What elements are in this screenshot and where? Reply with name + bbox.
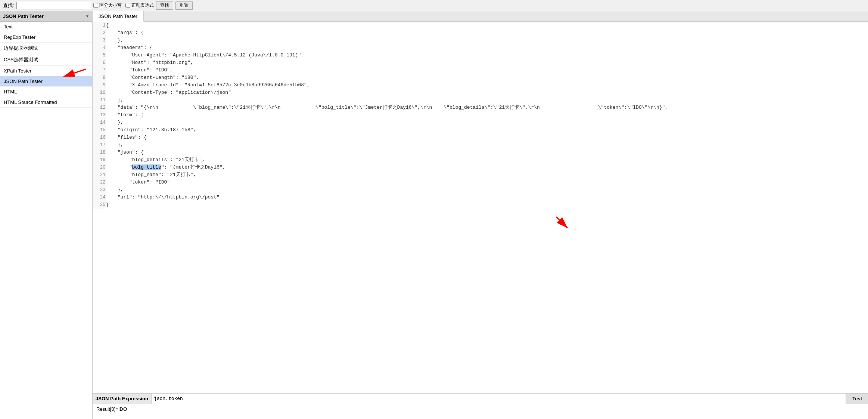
code-table: 1{2 "args": {3 },4 "headers": {5 "User-A…: [93, 22, 868, 209]
table-row: 22 "token": "IDO": [93, 179, 868, 186]
line-content: "args": {: [106, 29, 868, 37]
sidebar-item[interactable]: RegExp Tester: [0, 32, 92, 43]
search-input[interactable]: [16, 2, 91, 9]
result-row: Result[0]=IDO: [93, 404, 868, 419]
line-number: 25: [93, 201, 106, 209]
sidebar-header-title: JSON Path Tester: [3, 13, 44, 19]
table-row: 14 },: [93, 119, 868, 126]
sidebar-list: TextRegExp Tester边界提取器测试CSS选择器测试XPath Te…: [0, 22, 92, 419]
table-row: 15 "origin": "121.35.187.158",: [93, 126, 868, 134]
table-row: 23 },: [93, 186, 868, 194]
line-number: 5: [93, 52, 106, 59]
search-options: 区分大小写 正则表达式: [93, 2, 154, 9]
table-row: 25}: [93, 201, 868, 209]
json-path-row: JSON Path Expression Test: [93, 394, 868, 404]
content-area: JSON Path Tester 1{2 "args": {3 },4 "hea…: [93, 11, 868, 419]
line-content: "X-Amzn-Trace-Id": "Root=1-5ef8572c-3e0c…: [106, 81, 868, 89]
line-number: 10: [93, 89, 106, 96]
line-number: 13: [93, 111, 106, 119]
line-content: "data": "{\r\n \"blog_name\":\"21天打卡\",\…: [106, 104, 868, 111]
sidebar-item[interactable]: 边界提取器测试: [0, 43, 92, 54]
line-content: "blog_name": "21天打卡",: [106, 171, 868, 179]
sidebar-header: JSON Path Tester ▼: [0, 11, 92, 22]
line-content: "form": {: [106, 111, 868, 119]
json-path-label: JSON Path Expression: [93, 394, 152, 404]
regex-option[interactable]: 正则表达式: [125, 2, 154, 9]
result-text: Result[0]=IDO: [96, 406, 127, 412]
case-sensitive-checkbox[interactable]: [93, 3, 98, 8]
sidebar-dropdown-arrow[interactable]: ▼: [85, 14, 89, 18]
case-sensitive-option[interactable]: 区分大小写: [93, 2, 122, 9]
table-row: 20 "bolg_title": "Jmeter打卡之Day16",: [93, 164, 868, 171]
line-number: 8: [93, 74, 106, 81]
line-number: 16: [93, 134, 106, 141]
line-number: 19: [93, 156, 106, 164]
line-content: "bolg_title": "Jmeter打卡之Day16",: [106, 164, 868, 171]
sidebar-item[interactable]: HTML: [0, 87, 92, 97]
line-number: 12: [93, 104, 106, 111]
line-number: 21: [93, 171, 106, 179]
code-viewer[interactable]: 1{2 "args": {3 },4 "headers": {5 "User-A…: [93, 22, 868, 393]
sidebar-item[interactable]: Text: [0, 22, 92, 32]
sidebar-item[interactable]: JSON Path Tester: [0, 76, 92, 87]
json-path-input[interactable]: [152, 394, 846, 404]
line-number: 22: [93, 179, 106, 186]
find-button[interactable]: 查找: [156, 1, 173, 10]
line-content: },: [106, 37, 868, 44]
table-row: 4 "headers": {: [93, 44, 868, 52]
line-content: }: [106, 201, 868, 209]
bottom-panel: JSON Path Expression Test Result[0]=IDO: [93, 393, 868, 419]
line-content: },: [106, 96, 868, 104]
line-number: 23: [93, 186, 106, 194]
line-number: 24: [93, 194, 106, 201]
line-content: "Content-Type": "application\/json": [106, 89, 868, 96]
line-content: },: [106, 186, 868, 194]
table-row: 11 },: [93, 96, 868, 104]
table-row: 3 },: [93, 37, 868, 44]
line-number: 20: [93, 164, 106, 171]
line-content: "headers": {: [106, 44, 868, 52]
line-number: 4: [93, 44, 106, 52]
table-row: 21 "blog_name": "21天打卡",: [93, 171, 868, 179]
line-number: 2: [93, 29, 106, 37]
line-number: 1: [93, 22, 106, 29]
main-container: JSON Path Tester ▼ TextRegExp Tester边界提取…: [0, 11, 868, 419]
line-content: },: [106, 119, 868, 126]
line-content: "files": {: [106, 134, 868, 141]
table-row: 16 "files": {: [93, 134, 868, 141]
sidebar-item[interactable]: HTML Source Formatted: [0, 97, 92, 108]
sidebar-item[interactable]: CSS选择器测试: [0, 54, 92, 66]
table-row: 12 "data": "{\r\n \"blog_name\":\"21天打卡\…: [93, 104, 868, 111]
tab-label: JSON Path Tester: [99, 13, 137, 19]
line-number: 18: [93, 149, 106, 156]
line-content: "Host": "httpbin.org",: [106, 59, 868, 67]
tab-bar: JSON Path Tester: [93, 11, 868, 22]
search-bar: 查找: 区分大小写 正则表达式 查找 重置: [0, 0, 868, 11]
reset-button[interactable]: 重置: [175, 1, 193, 10]
table-row: 6 "Host": "httpbin.org",: [93, 59, 868, 67]
line-number: 6: [93, 59, 106, 67]
table-row: 9 "X-Amzn-Trace-Id": "Root=1-5ef8572c-3e…: [93, 81, 868, 89]
search-label: 查找:: [3, 2, 14, 9]
line-number: 9: [93, 81, 106, 89]
line-number: 3: [93, 37, 106, 44]
sidebar: JSON Path Tester ▼ TextRegExp Tester边界提取…: [0, 11, 93, 419]
line-content: "Content-Length": "180",: [106, 74, 868, 81]
table-row: 17 },: [93, 141, 868, 149]
line-number: 7: [93, 67, 106, 74]
table-row: 2 "args": {: [93, 29, 868, 37]
table-row: 18 "json": {: [93, 149, 868, 156]
line-content: "json": {: [106, 149, 868, 156]
line-number: 11: [93, 96, 106, 104]
table-row: 24 "url": "http:\/\/httpbin.org\/post": [93, 194, 868, 201]
regex-checkbox[interactable]: [125, 3, 130, 8]
line-number: 14: [93, 119, 106, 126]
sidebar-item[interactable]: XPath Tester: [0, 66, 92, 76]
table-row: 13 "form": {: [93, 111, 868, 119]
line-content: "token": "IDO": [106, 179, 868, 186]
test-button[interactable]: Test: [846, 394, 868, 404]
table-row: 7 "Token": "IDO",: [93, 67, 868, 74]
table-row: 5 "User-Agent": "Apache-HttpClient\/4.5.…: [93, 52, 868, 59]
line-number: 15: [93, 126, 106, 134]
tab-json-path-tester[interactable]: JSON Path Tester: [93, 11, 144, 22]
